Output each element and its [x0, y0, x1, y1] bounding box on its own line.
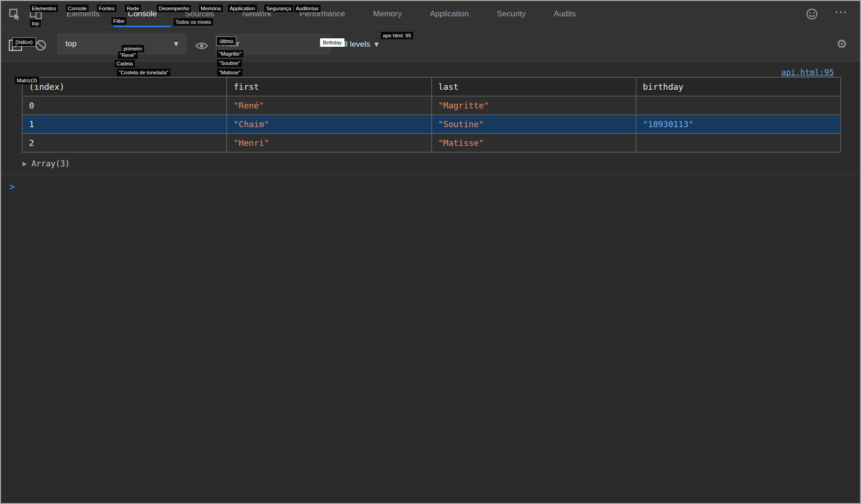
translation-overlay-magritte: "Magritte" [217, 50, 243, 58]
translation-overlay-filter: Filter [111, 17, 126, 25]
context-selector-value: top [66, 39, 77, 49]
settings-gear-icon: ⚙ [836, 37, 847, 51]
tab-application[interactable]: Application [416, 1, 483, 27]
array-summary-label: Array(3) [31, 159, 70, 168]
inspect-element-button[interactable] [6, 6, 23, 22]
clear-console-icon [35, 39, 47, 51]
translation-overlay-matisse: "Matisse" [217, 69, 242, 76]
cell-birthday [636, 96, 840, 115]
cell-index: 0 [22, 96, 227, 115]
feedback-button[interactable] [803, 6, 821, 22]
live-expression-eye-icon [195, 41, 208, 51]
array-summary[interactable]: ▶ Array(3) [22, 159, 860, 168]
translation-overlay-performance: Desempenho [157, 5, 191, 12]
translation-overlay-memory: Memória [199, 5, 223, 12]
translation-overlay-elements: Elementos [30, 5, 58, 12]
column-header-index: (index) [22, 78, 227, 96]
translation-overlay-string: Cadeia [115, 60, 135, 67]
table-header-row: (index) first last birthday [22, 78, 841, 96]
cell-last: "Soutine" [431, 115, 636, 134]
translation-overlay-costela: "Costela de tonelada" [117, 69, 170, 76]
tab-memory[interactable]: Memory [359, 1, 416, 27]
translation-overlay-console: Console [66, 5, 88, 12]
cell-index: 1 [22, 115, 227, 134]
settings-button[interactable]: ⚙ [833, 36, 851, 52]
cell-birthday [636, 134, 840, 152]
translation-overlay-array: Matriz(3) [15, 77, 39, 84]
inspect-element-icon [8, 8, 21, 21]
translation-overlay-application: Application [228, 5, 257, 12]
console-table-message: api.html:95 (index) first last birthday … [1, 61, 860, 175]
cell-last: "Magritte" [431, 96, 636, 115]
devtools-window: Elements Console Sources Network Perform… [0, 0, 861, 504]
live-expression-button[interactable] [193, 38, 211, 54]
translation-overlay-network: Rede [125, 5, 141, 12]
console-table: (index) first last birthday 0 "René" "Ma… [22, 77, 841, 152]
translation-overlay-last: último [216, 36, 236, 46]
table-row[interactable]: 0 "René" "Magritte" [22, 96, 841, 115]
feedback-smiley-icon [806, 8, 818, 20]
translation-overlay-index: (índice) [12, 37, 36, 47]
cell-first: "René" [227, 96, 431, 115]
translation-overlay-audits: Auditorias [294, 5, 321, 12]
chevron-down-icon: ▼ [174, 41, 178, 47]
translation-overlay-security: Segurança [264, 5, 293, 12]
column-header-birthday: birthday [636, 78, 840, 96]
column-header-first: first [227, 78, 431, 96]
translation-overlay-rene: "René" [118, 51, 138, 59]
console-prompt[interactable]: > [1, 175, 860, 192]
table-row[interactable]: 2 "Henri" "Matisse" [22, 134, 841, 152]
disclosure-triangle-icon[interactable]: ▶ [22, 160, 27, 167]
more-options-button[interactable]: ⋯ [832, 4, 850, 20]
log-levels-dropdown[interactable]: All levels ▼ [339, 27, 379, 61]
cell-index: 2 [22, 134, 227, 152]
cell-last: "Matisse" [431, 134, 636, 152]
cell-first: "Henri" [227, 134, 431, 152]
prompt-chevron-icon: > [9, 181, 15, 192]
cell-first: "Chaim" [227, 115, 431, 134]
translation-overlay-levels: Todos os níveis [174, 18, 213, 26]
console-messages-area: api.html:95 (index) first last birthday … [1, 61, 860, 503]
tab-audits[interactable]: Audits [540, 1, 590, 27]
translation-overlay-top: top [30, 20, 41, 27]
column-header-last: last [431, 78, 636, 96]
translation-overlay-birthday: Birthday [320, 38, 344, 47]
table-row-selected[interactable]: 1 "Chaim" "Soutine" "18930113" [22, 115, 841, 134]
chevron-down-icon: ▼ [374, 41, 379, 48]
tab-security[interactable]: Security [483, 1, 540, 27]
more-options-icon: ⋯ [834, 4, 847, 20]
translation-overlay-sources: Fontes [97, 5, 117, 12]
translation-overlay-soutine: "Soutine" [217, 59, 242, 67]
source-location-link[interactable]: api.html:95 [781, 68, 834, 77]
cell-birthday: "18930113" [636, 115, 840, 134]
translation-overlay-source: ape html: 95 [381, 32, 413, 39]
